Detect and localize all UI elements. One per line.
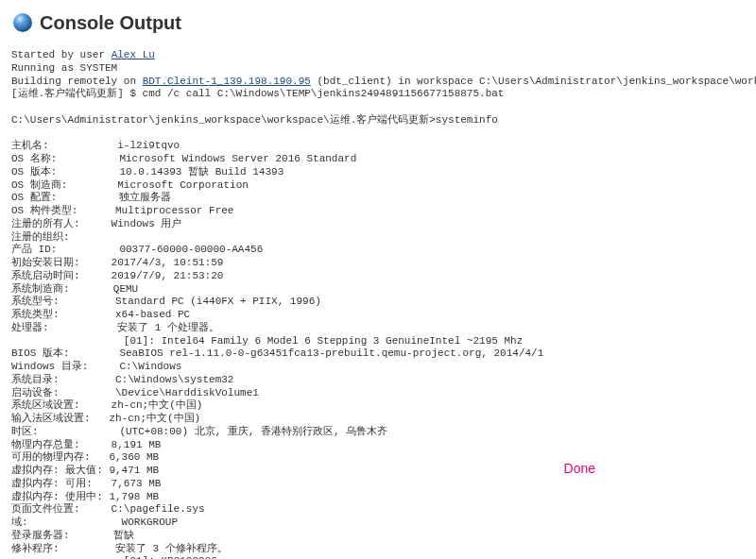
console-line: 处理器: 安装了 1 个处理器。 bbox=[11, 322, 219, 333]
console-line: 系统目录: C:\Windows\system32 bbox=[11, 374, 233, 385]
blue-ball-icon bbox=[11, 11, 34, 34]
console-line: 系统类型: x64-based PC bbox=[11, 309, 190, 320]
console-line: C:\Users\Administrator\jenkins_workspace… bbox=[11, 114, 498, 126]
done-annotation: Done bbox=[564, 461, 595, 476]
console-line: 物理内存总量: 8,191 MB bbox=[11, 439, 161, 450]
user-link[interactable]: Alex Lu bbox=[112, 49, 155, 60]
console-line: OS 名称: Microsoft Windows Server 2016 Sta… bbox=[11, 153, 356, 164]
console-line: 可用的物理内存: 6,360 MB bbox=[11, 451, 159, 463]
svg-point-0 bbox=[13, 13, 32, 32]
console-line: 初始安装日期: 2017/4/3, 10:51:59 bbox=[11, 257, 223, 268]
console-line: 虚拟内存: 使用中: 1,798 MB bbox=[11, 491, 159, 502]
page-title-text: Console Output bbox=[40, 12, 181, 34]
console-line: 时区: (UTC+08:00) 北京, 重庆, 香港特别行政区, 乌鲁木齐 bbox=[11, 426, 387, 437]
console-line: OS 配置: 独立服务器 bbox=[11, 192, 171, 203]
node-link[interactable]: BDT.Cleint-1_139.198.190.95 bbox=[143, 76, 311, 87]
console-line: 主机名: i-l2i9tqvo bbox=[11, 140, 180, 151]
console-line: [运维.客户端代码更新] $ cmd /c call C:\Windows\TE… bbox=[11, 88, 504, 99]
console-line: 页面文件位置: C:\pagefile.sys bbox=[11, 503, 205, 515]
console-line: Running as SYSTEM bbox=[11, 62, 117, 74]
console-line: 启动设备: \Device\HarddiskVolume1 bbox=[11, 387, 259, 398]
console-line: 系统区域设置: zh-cn;中文(中国) bbox=[11, 399, 202, 411]
console-line: BIOS 版本: SeaBIOS rel-1.11.0-0-g63451fca1… bbox=[11, 347, 543, 359]
console-line: 域: WORKGROUP bbox=[11, 517, 178, 528]
console-line: 输入法区域设置: zh-cn;中文(中国) bbox=[11, 413, 200, 424]
console-line: 注册的组织: bbox=[11, 231, 113, 243]
console-line: Started by user Alex Lu bbox=[11, 49, 155, 60]
console-line: 注册的所有人: Windows 用户 bbox=[11, 218, 181, 229]
console-line: 修补程序: 安装了 3 个修补程序。 bbox=[11, 543, 228, 554]
console-line: Windows 目录: C:\Windows bbox=[11, 361, 181, 372]
console-line: 系统型号: Standard PC (i440FX + PIIX, 1996) bbox=[11, 296, 321, 307]
console-line: OS 版本: 10.0.14393 暂缺 Build 14393 bbox=[11, 166, 284, 178]
console-line: 虚拟内存: 最大值: 9,471 MB bbox=[11, 465, 159, 476]
page-title: Console Output bbox=[11, 11, 745, 34]
console-line: OS 制造商: Microsoft Corporation bbox=[11, 179, 249, 191]
console-line: 系统启动时间: 2019/7/9, 21:53:20 bbox=[11, 270, 223, 281]
console-line: 系统制造商: QEMU bbox=[11, 283, 138, 295]
console-line: OS 构件类型: Multiprocessor Free bbox=[11, 205, 233, 216]
console-line: 产品 ID: 00377-60000-00000-AA456 bbox=[11, 244, 263, 255]
console-line: [01]: Intel64 Family 6 Model 6 Stepping … bbox=[11, 335, 523, 347]
console-output: Started by user Alex Lu Running as SYSTE… bbox=[11, 49, 745, 559]
console-line: 虚拟内存: 可用: 7,673 MB bbox=[11, 478, 161, 489]
console-line: Building remotely on BDT.Cleint-1_139.19… bbox=[11, 76, 756, 87]
console-line: [01]: KB3199986 bbox=[11, 555, 217, 559]
console-line: 登录服务器: 暂缺 bbox=[11, 530, 134, 541]
